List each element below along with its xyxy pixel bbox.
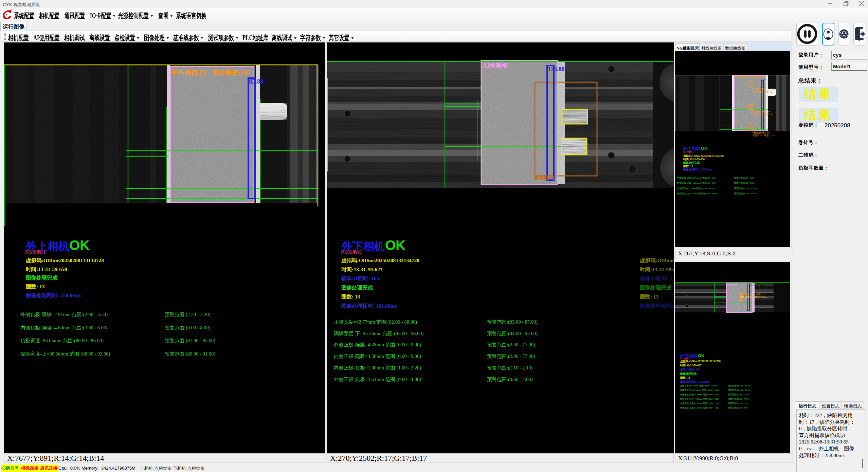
tool-image-processing[interactable]: 图像处理 xyxy=(144,33,169,41)
thumb-measurement-row: 隔膜宽度-下=95.24mm 范围:(93.00 - 98.00) xyxy=(680,389,720,392)
ng-thumbnail-lower[interactable]: AI检测框 123.80 极耳间距:89.06 宽度:7.32 极耳AI检测 高… xyxy=(675,262,790,453)
menu-item-light-config[interactable]: 光源控制配置 xyxy=(118,11,153,19)
tool-test-item-params[interactable]: 测试项参数 xyxy=(208,33,238,41)
right-measurement-warn: 预警范围:(2.00 - 77.00) xyxy=(487,342,535,348)
tool-other-settings[interactable]: 其它设置 xyxy=(329,33,354,41)
thumb-status-row: 时间:13-31-59-627 xyxy=(680,364,702,367)
right-camera-viewport[interactable]: AI检测框 123.80 极耳区域 外下相机 OK NG次数:0 虚拟码:Off… xyxy=(327,42,674,453)
menu-item-language-switch[interactable]: 系统语言切换 xyxy=(176,11,206,19)
right-status-row: 极耳AI耗时: 165 xyxy=(341,275,379,282)
user-management-button[interactable] xyxy=(838,23,849,46)
tool-camera-debug[interactable]: 相机调试 xyxy=(64,33,85,41)
close-icon xyxy=(856,0,866,7)
left-measurement: 隔膜宽度-上=90.56mm 范围:(88.00 - 92.00) xyxy=(20,351,110,357)
close-button[interactable] xyxy=(856,0,866,7)
dropdown-arrow-icon xyxy=(236,37,238,39)
thumb-status-row: NG次数:1 xyxy=(683,150,693,154)
restore-button[interactable] xyxy=(841,0,851,7)
thumb-measurement-row: 负极宽度=83.05mm 范围:(80.00 - 86.00) xyxy=(677,187,715,190)
tool-offline-debug[interactable]: 离线调试 xyxy=(272,33,297,41)
tool-item-label: PLC地址库 xyxy=(242,34,268,41)
tab-line-curve[interactable]: 料线曲线图 xyxy=(700,43,723,51)
restore-icon xyxy=(841,0,851,7)
thumb-measurement-row: 预警范围:(0.60 - 4.00) xyxy=(728,406,748,410)
login-user-label: 登录用户： xyxy=(798,52,824,58)
ghost-status-row: 图像处理完成 xyxy=(640,284,671,291)
tab-run-image[interactable]: 运行图像 xyxy=(0,22,27,31)
tool-ai-usage-config[interactable]: AI使用配置 xyxy=(33,33,60,41)
ghost-status-row: 极耳AI耗时: 165 xyxy=(640,275,674,282)
tab-error-log[interactable]: 错误日志 xyxy=(842,401,864,409)
log-line: 处理耗时：258.00ms xyxy=(799,452,845,459)
tool-baseline-params[interactable]: 基准线参数 xyxy=(173,33,203,41)
left-measurement: 负极宽度=83.05mm 范围:(80.00 - 86.00) xyxy=(20,338,104,344)
window-title: CYS-视觉检测系统 xyxy=(3,2,40,8)
left-measurement-warn: 预警范围:(0.00 - 8.00) xyxy=(165,325,211,331)
thumb-measurement-row: 外侧正极-负极=2.61mm 范围:(0.60 - 4.00) xyxy=(680,406,719,410)
menu-item-view[interactable]: 查看 xyxy=(158,11,173,19)
left-camera-viewport[interactable]: 平均阈值:93，动态阈值:100 85.88 外上相机 OK NG次数:1 虚拟… xyxy=(4,42,325,453)
left-camera-result: OK xyxy=(69,239,90,251)
logo-icon xyxy=(1,9,13,20)
thumb2-width: 123.80 xyxy=(748,284,755,287)
toolbar-grip[interactable] xyxy=(4,33,6,40)
thumb-measurement-row: 外侧正极-隔膜=4.38mm 范围:(0.00 - 9.00) xyxy=(680,393,719,396)
tool-item-label: 相机配置 xyxy=(8,34,29,41)
log-line: 耗时：222，缺陷检测耗 xyxy=(799,412,853,419)
thumb-measurement-row: 预警范围:(83.00 - 87.00) xyxy=(728,384,751,387)
exit-button[interactable] xyxy=(853,23,865,46)
result-box-upper: 结果 xyxy=(799,87,838,102)
run-log-area[interactable]: 耗时：222，缺陷检测耗 时：17，缺陷分类耗时： 0，缺陷提取分区耗时： 直方… xyxy=(796,409,866,472)
log-line: 时：17，缺陷分类耗时： xyxy=(799,419,855,425)
tool-char-params[interactable]: 字符参数 xyxy=(300,33,325,41)
tool-item-label: 点检设置 xyxy=(114,34,135,41)
menu-item-system-config[interactable]: 系统配置 xyxy=(14,11,34,19)
model-field[interactable]: Model1 xyxy=(831,62,867,71)
camera-connection-chip: 相机连接 xyxy=(20,465,39,472)
right-width-value: 123.80 xyxy=(548,66,565,73)
tab-ng-screenshot[interactable]: NG截图显示 xyxy=(676,43,700,51)
tab-data-curve[interactable]: 数据曲线图 xyxy=(723,43,747,51)
ng-thumbnail-upper[interactable]: 平均阈值:93，动态阈值:100 85.88 缺陷 面积:1.226 亮度:1.… xyxy=(675,51,790,247)
left-measurement-warn: 预警范围:(2.20 - 3.20) xyxy=(165,311,211,318)
dropdown-arrow-icon xyxy=(201,37,203,39)
log-scrollbar[interactable] xyxy=(862,459,863,468)
dropdown-arrow-icon xyxy=(113,15,116,17)
menu-item-label: 系统语言切换 xyxy=(176,12,206,19)
heartbeat-signal-chip: 心跳信号 xyxy=(1,465,20,472)
login-user-value: cys xyxy=(833,52,842,58)
right-measurement-warn: 预警范围:(94.00 - 97.00) xyxy=(487,330,538,337)
login-user-field[interactable]: cys xyxy=(831,51,867,59)
right-measurement: 内侧正极-隔膜=4.38mm 范围:(0.00 - 9.00) xyxy=(334,353,421,360)
current-user-button[interactable] xyxy=(822,23,834,46)
right-measurement-warn: 预警范围:(0.60 - 4.00) xyxy=(487,376,533,383)
ghost-status-row: 圈数: 13 xyxy=(640,293,659,301)
minimize-button[interactable] xyxy=(825,0,835,7)
menu-item-camera-config[interactable]: 相机配置 xyxy=(39,11,59,19)
thumb-defect-label: 亮度:0.885 高度:2.41 xyxy=(753,113,774,116)
thumb1-width: 85.88 xyxy=(761,78,766,81)
left-status-row: 圈数: 13 xyxy=(26,283,45,290)
right-measurement: 外侧正极-负极=2.61mm 范围:(0.60 - 4.00) xyxy=(334,376,421,383)
menu-item-io-config[interactable]: IO卡配置 xyxy=(90,11,115,19)
menu-item-label: 光源控制配置 xyxy=(118,12,149,19)
menu-item-label: 相机配置 xyxy=(39,12,59,19)
tab-region-label: 极耳区域 xyxy=(534,175,554,181)
menu-item-label: 查看 xyxy=(158,12,168,19)
ai-box-label: AI检测框 xyxy=(483,61,508,70)
thumb-measurement-row: 内侧负极-隔膜=4.60mm 范围:(3.00 - 6.00) xyxy=(677,182,716,185)
log-line: 0，缺陷提取分区耗时： xyxy=(799,425,853,432)
tool-offline-setting[interactable]: 离线设置 xyxy=(89,33,110,41)
left-coordinate-bar: X:7677;Y:891;R:14;G:14;B:14 xyxy=(4,453,325,463)
dropdown-arrow-icon xyxy=(170,15,173,17)
tool-plc-address-lib[interactable]: PLC地址库 xyxy=(242,33,268,41)
main-tab-strip xyxy=(0,21,868,31)
tab-setting-log[interactable]: 设置日志 xyxy=(820,401,842,409)
right-measurement: 外侧正极-隔膜=4.38mm 范围:(0.00 - 9.00) xyxy=(334,342,421,348)
thumb2-ai-label: AI检测框 xyxy=(727,283,737,287)
tab-run-log[interactable]: 运行日志 xyxy=(796,401,819,410)
tool-camera-config[interactable]: 相机配置 xyxy=(8,33,29,41)
tool-spot-check-setting[interactable]: 点检设置 xyxy=(114,33,140,41)
menu-item-comm-config[interactable]: 通讯配置 xyxy=(65,11,85,19)
pause-button[interactable] xyxy=(796,23,818,46)
